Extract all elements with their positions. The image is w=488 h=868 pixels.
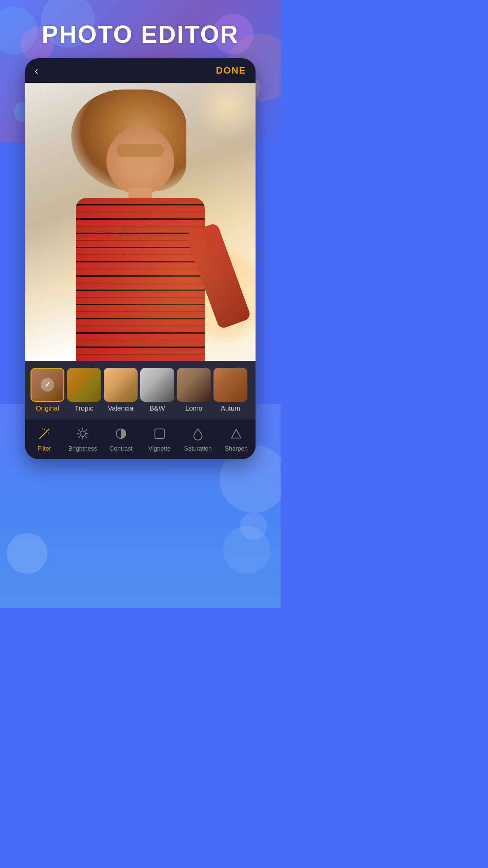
sun-icon xyxy=(74,425,92,442)
app-title: PHOTO EDITOR xyxy=(0,20,281,48)
svg-point-5 xyxy=(42,429,43,430)
photo-warm-overlay xyxy=(25,83,256,361)
filter-thumb-tropic xyxy=(67,368,101,402)
filter-label-bw: B&W xyxy=(149,405,165,412)
svg-line-12 xyxy=(86,437,87,438)
filter-item-autumn[interactable]: Autum xyxy=(214,368,247,412)
svg-point-4 xyxy=(48,433,49,434)
tool-saturation[interactable]: Saturation xyxy=(179,425,217,452)
wand-icon xyxy=(36,425,53,442)
svg-line-11 xyxy=(79,430,80,431)
svg-rect-16 xyxy=(155,429,164,438)
filter-item-tropic[interactable]: Tropic xyxy=(67,368,101,412)
filter-check-original: ✓ xyxy=(32,369,63,401)
triangle-icon xyxy=(227,425,245,442)
tool-sharpen[interactable]: Sharpen xyxy=(217,425,256,452)
filter-thumb-lomo xyxy=(177,368,211,402)
tool-brightness-label: Brightness xyxy=(68,445,97,452)
filter-thumb-bw xyxy=(140,368,174,402)
app-title-area: PHOTO EDITOR xyxy=(0,0,281,58)
filter-preview-tropic xyxy=(67,368,101,402)
tool-contrast[interactable]: Contrast xyxy=(102,425,140,452)
tool-brightness[interactable]: Brightness xyxy=(63,425,102,452)
svg-line-0 xyxy=(40,432,46,438)
filter-preview-lomo xyxy=(177,368,211,402)
filter-preview-bw xyxy=(140,368,174,402)
svg-point-6 xyxy=(80,431,85,436)
tool-contrast-label: Contrast xyxy=(109,445,133,452)
filter-item-original[interactable]: ✓ Original xyxy=(30,368,64,412)
filter-label-original: Original xyxy=(36,405,59,412)
tool-vignette[interactable]: Vignette xyxy=(140,425,179,452)
tool-sharpen-label: Sharpen xyxy=(225,445,248,452)
photo-area xyxy=(25,83,256,361)
tools-strip: Filter Bright xyxy=(25,419,256,459)
filter-thumb-autumn xyxy=(214,368,247,402)
photo-canvas xyxy=(25,83,256,361)
check-icon: ✓ xyxy=(41,378,54,392)
square-outline-icon xyxy=(151,425,168,442)
tool-saturation-label: Saturation xyxy=(184,445,212,452)
filter-label-lomo: Lomo xyxy=(185,405,202,412)
phone-topbar: ‹ DONE xyxy=(25,58,256,83)
filter-thumb-valencia xyxy=(104,368,138,402)
side-decoration-2 xyxy=(223,526,270,574)
tool-filter-label: Filter xyxy=(38,445,51,452)
filter-preview-autumn xyxy=(214,368,247,402)
filter-preview-valencia xyxy=(104,368,138,402)
done-button[interactable]: DONE xyxy=(216,65,246,76)
filter-label-autumn: Autum xyxy=(221,405,240,412)
filter-item-lomo[interactable]: Lomo xyxy=(177,368,211,412)
filter-scroll-container[interactable]: ✓ Original Tropic Va xyxy=(25,367,256,414)
filter-item-bw[interactable]: B&W xyxy=(140,368,174,412)
filter-item-valencia[interactable]: Valencia xyxy=(104,368,138,412)
main-content: PHOTO EDITOR ‹ DONE xyxy=(0,0,281,459)
tool-filter[interactable]: Filter xyxy=(25,425,63,452)
filter-thumb-original: ✓ xyxy=(30,368,64,402)
svg-point-2 xyxy=(46,430,48,431)
circle-half-icon xyxy=(112,425,130,442)
filter-label-tropic: Tropic xyxy=(75,405,94,412)
svg-line-13 xyxy=(86,430,87,431)
filter-label-valencia: Valencia xyxy=(108,405,133,412)
back-button[interactable]: ‹ xyxy=(35,64,38,77)
drop-icon xyxy=(189,425,207,442)
svg-point-3 xyxy=(44,429,45,430)
bottom-bokeh-1 xyxy=(7,533,47,574)
tool-vignette-label: Vignette xyxy=(148,445,171,452)
phone-frame: ‹ DONE xyxy=(25,58,256,459)
svg-line-14 xyxy=(79,437,80,438)
filter-strip: ✓ Original Tropic Va xyxy=(25,361,256,419)
